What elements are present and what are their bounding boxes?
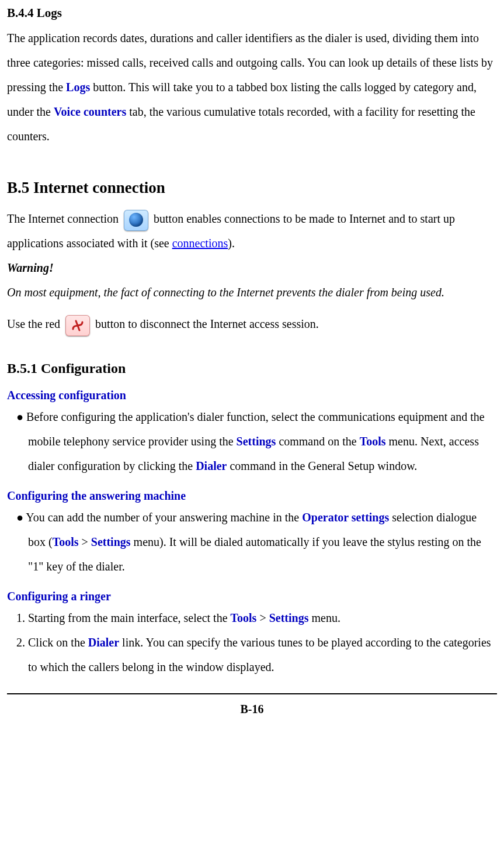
operator-settings-label: Operator settings [302, 511, 389, 524]
logs-button-label: Logs [66, 81, 90, 94]
heading-internet: B.5 Internet connection [7, 178, 497, 198]
dialer-command-label: Dialer [196, 459, 227, 472]
tools-menu-label: Tools [231, 611, 257, 624]
warning-text: On most equipment, the fact of connectin… [7, 280, 497, 305]
tools-menu-label: Tools [53, 535, 79, 548]
text: button to disconnect the Internet access… [95, 317, 319, 330]
text: > [79, 535, 91, 548]
settings-command-label: Settings [237, 435, 276, 448]
heading-logs: B.4.4 Logs [7, 0, 497, 26]
text: You can add the number of your answering… [26, 511, 302, 524]
page-number: B-16 [7, 697, 497, 727]
bullet-accessing: Before configuring the application's dia… [7, 404, 497, 478]
listitem-ringer-1: 1. Starting from the main interface, sel… [7, 606, 497, 630]
paragraph-internet-1: The Internet connection button enables c… [7, 206, 497, 255]
text: > [256, 611, 269, 624]
text: ). [228, 237, 235, 250]
text: command in the General Setup window. [227, 459, 417, 472]
tools-menu-label: Tools [360, 435, 386, 448]
settings-menu-label: Settings [91, 535, 131, 548]
listitem-ringer-2: 2. Click on the Dialer link. You can spe… [7, 630, 497, 679]
settings-menu-label: Settings [269, 611, 309, 624]
text: command on the [276, 435, 359, 448]
text: Use the red [7, 317, 63, 330]
text: 2. Click on the [16, 636, 88, 649]
paragraph-internet-2: Use the red button to disconnect the Int… [7, 312, 497, 336]
text: menu. [308, 611, 340, 624]
subhead-ringer: Configuring a ringer [7, 587, 497, 606]
subhead-answering: Configuring the answering machine [7, 486, 497, 505]
document-page: B.4.4 Logs The application records dates… [0, 0, 504, 727]
footer-rule [7, 693, 497, 694]
bullet-answering: You can add the number of your answering… [7, 505, 497, 579]
heading-configuration: B.5.1 Configuration [7, 359, 497, 378]
dialer-link-label: Dialer [88, 636, 119, 649]
text: The Internet connection [7, 212, 121, 225]
warning-label: Warning! [7, 255, 497, 280]
disconnect-icon [65, 315, 90, 336]
subhead-accessing: Accessing configuration [7, 386, 497, 404]
text: 1. Starting from the main interface, sel… [16, 611, 231, 624]
internet-connection-icon [124, 210, 148, 231]
voice-counters-tab-label: Voice counters [54, 105, 126, 118]
paragraph-logs: The application records dates, durations… [7, 26, 497, 148]
connections-link[interactable]: connections [172, 237, 228, 250]
